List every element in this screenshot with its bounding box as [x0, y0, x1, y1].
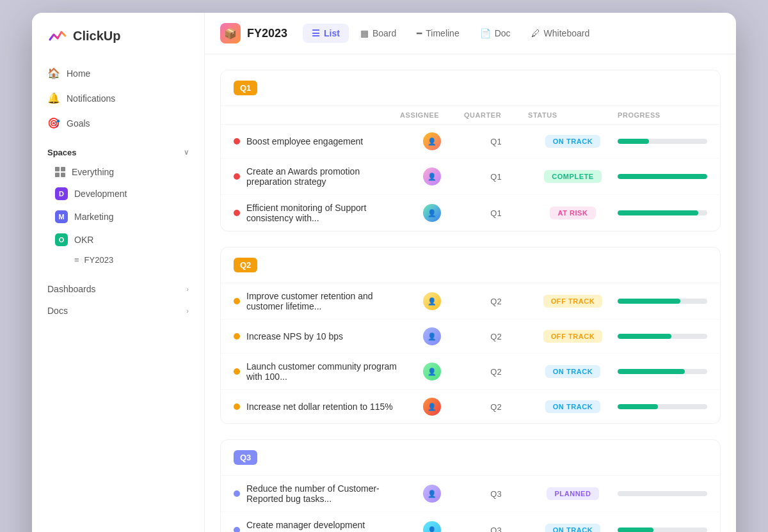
tab-whiteboard-label: Whiteboard — [544, 28, 590, 38]
status-badge: COMPLETE — [544, 170, 602, 183]
tab-list-label: List — [324, 28, 340, 38]
progress-bar-fill — [618, 528, 653, 532]
timeline-tab-icon: ━ — [417, 28, 422, 38]
spaces-section: Spaces ∨ Everything D Development M Mark… — [32, 135, 204, 273]
app-window: ClickUp 🏠 Home 🔔 Notifications 🎯 Goals S… — [32, 13, 736, 532]
sidebar-item-notifications[interactable]: 🔔 Notifications — [40, 86, 196, 110]
main-content: 📦 FY2023 ☰ List ▦ Board ━ Timeline 📄 Doc… — [205, 13, 736, 532]
sidebar-item-home[interactable]: 🏠 Home — [40, 61, 196, 85]
sidebar-item-everything[interactable]: Everything — [47, 162, 189, 182]
tab-list[interactable]: ☰ List — [303, 24, 349, 43]
row-title-cell: Efficient monitoring of Support consiste… — [234, 203, 400, 223]
tab-timeline[interactable]: ━ Timeline — [408, 24, 468, 43]
quarter-header-q1: Q1 — [221, 70, 720, 106]
list-tab-icon: ☰ — [312, 28, 320, 38]
sidebar-item-okr[interactable]: O OKR — [47, 229, 189, 251]
tab-timeline-label: Timeline — [426, 28, 459, 38]
spaces-label: Spaces — [47, 148, 77, 157]
assignee-avatar: 👤 — [423, 132, 441, 150]
goals-icon: 🎯 — [47, 117, 60, 129]
logo-area: ClickUp — [32, 26, 204, 61]
row-quarter-cell: Q1 — [464, 208, 528, 218]
marketing-label: Marketing — [74, 212, 113, 222]
sidebar-item-home-label: Home — [67, 68, 90, 79]
sidebar-item-dashboards[interactable]: Dashboards › — [40, 278, 196, 300]
assignee-avatar: 👤 — [423, 327, 441, 345]
tab-board[interactable]: ▦ Board — [351, 24, 405, 43]
assignee-avatar: 👤 — [423, 398, 441, 416]
row-progress-cell — [618, 404, 707, 409]
col-header-4: PROGRESS — [618, 111, 707, 119]
row-progress-cell — [618, 210, 707, 215]
everything-icon — [55, 167, 65, 177]
row-title-cell: Create an Awards promotion preparation s… — [234, 166, 400, 187]
row-status-cell: ON TRACK — [528, 135, 618, 148]
list-icon: ≡ — [74, 255, 79, 265]
table-row[interactable]: Launch customer community program with 1… — [221, 354, 720, 390]
table-row[interactable]: Boost employee engagement👤Q1ON TRACK — [221, 125, 720, 159]
doc-tab-icon: 📄 — [480, 28, 491, 38]
assignee-avatar: 👤 — [423, 521, 441, 532]
assignee-avatar: 👤 — [423, 485, 441, 503]
row-title-cell: Increase net dollar retention to 115% — [234, 402, 400, 412]
row-status-cell: ON TRACK — [528, 365, 618, 378]
sidebar-item-goals[interactable]: 🎯 Goals — [40, 111, 196, 135]
row-assignee-cell: 👤 — [400, 485, 464, 503]
table-row[interactable]: Efficient monitoring of Support consiste… — [221, 195, 720, 231]
table-row[interactable]: Increase net dollar retention to 115%👤Q2… — [221, 390, 720, 423]
progress-bar-fill — [618, 174, 707, 179]
row-dot — [234, 333, 240, 340]
progress-bar-container — [618, 210, 707, 215]
tab-doc[interactable]: 📄 Doc — [471, 24, 520, 43]
spaces-header[interactable]: Spaces ∨ — [47, 148, 189, 157]
top-nav: 📦 FY2023 ☰ List ▦ Board ━ Timeline 📄 Doc… — [205, 13, 736, 54]
sidebar-expandable-items: Dashboards › Docs › — [32, 278, 204, 322]
content-area: Q1ASSIGNEEQUARTERSTATUSPROGRESSBoost emp… — [205, 54, 736, 532]
row-title-text: Improve customer retention and customer … — [246, 291, 400, 311]
row-dot — [234, 173, 240, 180]
sidebar-item-fy2023[interactable]: ≡ FY2023 — [47, 252, 189, 268]
col-header-1: ASSIGNEE — [400, 111, 464, 119]
status-badge: OFF TRACK — [543, 330, 603, 343]
status-badge: ON TRACK — [545, 365, 600, 378]
status-badge: ON TRACK — [545, 135, 600, 148]
quarter-badge-q1: Q1 — [234, 81, 257, 95]
table-row[interactable]: Improve customer retention and customer … — [221, 283, 720, 320]
spaces-chevron-icon: ∨ — [184, 148, 189, 157]
assignee-avatar: 👤 — [423, 168, 441, 185]
board-tab-icon: ▦ — [360, 28, 369, 38]
row-dot — [234, 210, 240, 216]
page-icon: 📦 — [220, 23, 241, 43]
table-row[interactable]: Increase NPS by 10 bps👤Q2OFF TRACK — [221, 320, 720, 354]
status-badge: ON TRACK — [545, 400, 600, 413]
quarter-section-q3: Q3Reduce the number of Customer-Reported… — [220, 439, 721, 532]
row-progress-cell — [618, 139, 707, 144]
logo-text: ClickUp — [73, 29, 120, 43]
row-dot — [234, 403, 240, 410]
sidebar-item-development[interactable]: D Development — [47, 183, 189, 205]
sidebar-item-marketing[interactable]: M Marketing — [47, 206, 189, 228]
tab-whiteboard[interactable]: 🖊 Whiteboard — [522, 24, 599, 43]
row-status-cell: ON TRACK — [528, 400, 618, 413]
row-assignee-cell: 👤 — [400, 327, 464, 345]
table-row[interactable]: Reduce the number of Customer-Reported b… — [221, 476, 720, 512]
row-assignee-cell: 👤 — [400, 363, 464, 380]
dashboards-label: Dashboards — [47, 284, 96, 294]
row-quarter-cell: Q2 — [464, 402, 528, 412]
tab-doc-label: Doc — [495, 28, 511, 38]
table-row[interactable]: Create manager development programs👤Q3ON… — [221, 512, 720, 532]
development-label: Development — [74, 189, 127, 199]
status-badge: PLANNED — [547, 487, 598, 500]
whiteboard-tab-icon: 🖊 — [531, 28, 540, 38]
row-dot — [234, 527, 240, 532]
sidebar-item-docs[interactable]: Docs › — [40, 300, 196, 322]
table-row[interactable]: Create an Awards promotion preparation s… — [221, 159, 720, 195]
sidebar-item-goals-label: Goals — [67, 118, 90, 129]
marketing-badge: M — [55, 210, 68, 223]
row-title-text: Create an Awards promotion preparation s… — [246, 166, 400, 187]
progress-bar-container — [618, 491, 707, 496]
row-assignee-cell: 👤 — [400, 398, 464, 416]
quarter-section-q1: Q1ASSIGNEEQUARTERSTATUSPROGRESSBoost emp… — [220, 70, 721, 231]
progress-bar-fill — [618, 369, 685, 374]
development-badge: D — [55, 187, 68, 200]
